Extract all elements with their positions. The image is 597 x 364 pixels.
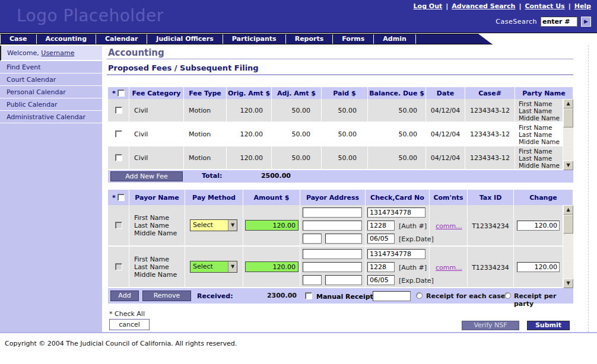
tax-id-cell: T12334234 — [468, 247, 514, 287]
col-amount: Amount $ — [243, 190, 300, 205]
change-input[interactable] — [517, 262, 560, 272]
contact-us-link[interactable]: Contact Us — [525, 2, 564, 10]
comments-link[interactable]: comm... — [436, 222, 462, 230]
sidebar-item-court-calendar[interactable]: Court Calendar — [0, 74, 102, 86]
welcome-prefix: Welcome, — [7, 49, 39, 57]
amount-input[interactable] — [245, 220, 298, 231]
payors-table: * Payor Name Pay Method Amount $ Payor A… — [108, 190, 573, 304]
help-link[interactable]: Help — [574, 2, 591, 10]
username-link[interactable]: Username — [41, 49, 74, 57]
cancel-button[interactable]: cancel — [109, 319, 150, 330]
payor-row-checkbox[interactable] — [115, 263, 122, 270]
received-label: Received: — [197, 292, 233, 300]
balance-due-cell: 50.00 — [368, 146, 426, 169]
orig-amt-cell: 120.00 — [227, 146, 272, 169]
address-city-input[interactable] — [303, 275, 322, 285]
paid-cell: 50.00 — [322, 146, 368, 169]
fee-category-cell: Civil — [129, 99, 184, 122]
party-line: Last Name — [519, 107, 552, 114]
card-number-input[interactable] — [367, 207, 425, 218]
address-line1-input[interactable] — [303, 249, 362, 259]
scroll-down-icon[interactable]: ▼ — [563, 161, 573, 170]
auth-number-input[interactable] — [367, 221, 395, 231]
payor-name-cell: First NameLast NameMiddle Name — [129, 247, 185, 287]
payors-scrollbar[interactable]: ▲ ▼ — [563, 205, 573, 288]
logout-link[interactable]: Log Out — [414, 2, 443, 10]
scrollbar-thumb[interactable] — [563, 215, 573, 234]
scroll-down-icon[interactable]: ▼ — [563, 279, 573, 288]
case-search-input[interactable] — [541, 17, 577, 27]
fee-row-checkbox[interactable] — [115, 107, 122, 114]
tab-participants[interactable]: Participants — [223, 34, 286, 44]
page-margin-guide — [588, 45, 589, 332]
payor-row: First NameLast NameMiddle Name Select▼ — [108, 205, 573, 247]
auth-number-input[interactable] — [367, 262, 395, 272]
tax-id-cell: T12334234 — [468, 205, 514, 245]
pay-method-select[interactable]: Select▼ — [190, 219, 237, 231]
paid-cell: 50.00 — [322, 99, 368, 122]
advanced-search-link[interactable]: Advanced Search — [452, 2, 515, 10]
divider — [107, 74, 573, 75]
address-city-input[interactable] — [303, 234, 322, 244]
change-input[interactable] — [517, 221, 560, 231]
tab-case[interactable]: Case — [0, 34, 37, 44]
address-line2-input[interactable] — [303, 221, 362, 231]
orig-amt-cell: 120.00 — [227, 99, 272, 122]
comments-link[interactable]: comm... — [436, 264, 462, 272]
tab-judicial-officers[interactable]: Judicial Officers — [147, 34, 223, 44]
exp-date-input[interactable] — [367, 275, 395, 285]
tab-reports[interactable]: Reports — [286, 34, 334, 44]
fee-row-checkbox[interactable] — [115, 130, 122, 138]
sidebar-item-personal-calendar[interactable]: Personal Calendar — [0, 86, 102, 98]
amount-cell — [243, 247, 300, 287]
manual-receipt-input[interactable] — [373, 291, 411, 301]
change-cell — [514, 205, 563, 245]
fees-table-header: * Fee Category Fee Type Orig. Amt $ Adj.… — [108, 87, 573, 99]
scroll-up-icon[interactable]: ▲ — [563, 99, 573, 108]
verify-nsf-button[interactable]: Verify NSF — [462, 321, 519, 330]
payor-row-checkbox[interactable] — [115, 222, 122, 229]
fees-check-all-checkbox[interactable] — [118, 90, 125, 97]
fees-scrollbar[interactable]: ▲ ▼ — [563, 99, 573, 170]
exp-date-input[interactable] — [367, 234, 395, 244]
cell — [108, 99, 129, 122]
card-number-input[interactable] — [367, 249, 425, 259]
chevron-down-icon: ▼ — [228, 220, 237, 231]
check-all-marker: * — [112, 90, 116, 97]
sidebar-item-administrative-calendar[interactable]: Administrative Calendar — [0, 111, 102, 123]
payors-table-header: * Payor Name Pay Method Amount $ Payor A… — [108, 190, 573, 205]
scrollbar-thumb[interactable] — [563, 108, 573, 127]
party-line: Middle Name — [519, 114, 560, 122]
address-zip-input[interactable] — [325, 234, 362, 244]
sidebar-item-public-calendar[interactable]: Public Calendar — [0, 98, 102, 111]
col-tax-id: Tax ID — [468, 190, 514, 205]
fee-row-checkbox[interactable] — [115, 154, 122, 161]
payors-table-rows: First NameLast NameMiddle Name Select▼ — [108, 205, 573, 288]
date-cell: 04/12/04 — [426, 99, 465, 122]
payor-name-line: Last Name — [134, 222, 169, 229]
submit-button[interactable]: Submit — [527, 321, 570, 330]
scroll-up-icon[interactable]: ▲ — [563, 205, 573, 215]
tab-calendar[interactable]: Calendar — [96, 34, 147, 44]
remove-payor-button[interactable]: Remove — [142, 290, 191, 301]
tab-admin[interactable]: Admin — [374, 34, 415, 44]
address-line1-input[interactable] — [303, 207, 362, 218]
receipt-per-party-radio[interactable] — [504, 292, 511, 299]
tax-id-value: T12334234 — [468, 222, 513, 230]
add-new-fee-button[interactable]: Add New Fee — [110, 171, 183, 181]
receipt-each-case-radio[interactable] — [416, 292, 423, 299]
pay-method-select[interactable]: Select▼ — [190, 261, 237, 273]
tab-forms[interactable]: Forms — [333, 34, 374, 44]
sidebar-item-find-event[interactable]: Find Event — [0, 61, 102, 74]
party-line: Last Name — [519, 131, 552, 138]
payors-check-all-checkbox[interactable] — [118, 194, 125, 201]
amount-input[interactable] — [245, 261, 298, 272]
case-search-go-button[interactable]: ▶ — [581, 17, 591, 27]
tab-accounting[interactable]: Accounting — [37, 34, 97, 44]
receipt-each-case-label: Receipt for each case — [426, 292, 505, 300]
address-zip-input[interactable] — [325, 275, 362, 285]
link-separator: | — [515, 2, 525, 10]
address-line2-input[interactable] — [303, 262, 362, 272]
add-payor-button[interactable]: Add — [110, 290, 139, 301]
manual-receipt-checkbox[interactable] — [305, 292, 312, 299]
